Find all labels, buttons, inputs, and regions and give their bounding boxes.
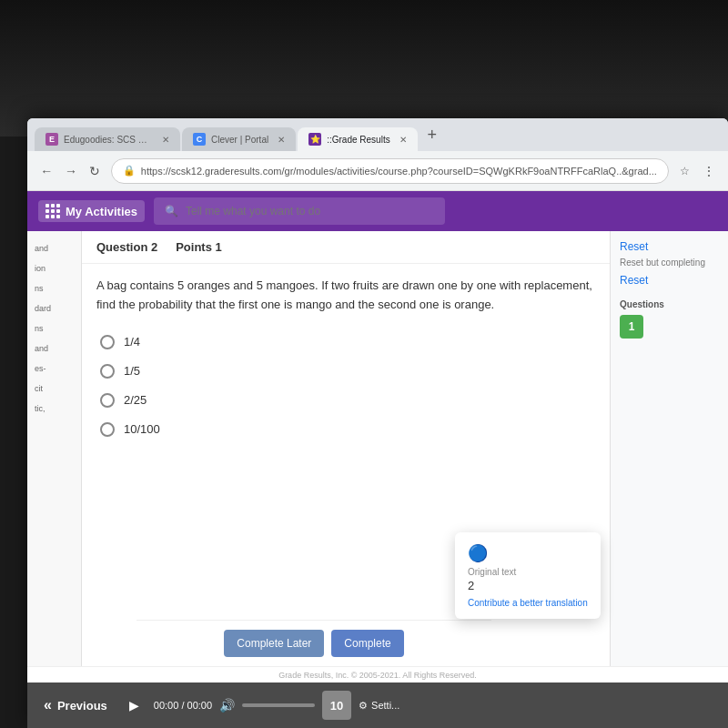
back-button[interactable]: ← [38, 158, 56, 184]
monitor-background [0, 0, 728, 136]
right-panel: Reset Reset but completing Reset Questio… [610, 231, 728, 728]
complete-area: Complete Later Complete [136, 620, 491, 666]
sidebar-item: ns [27, 320, 81, 337]
translate-icon: 🔵 [468, 543, 588, 563]
bottom-bar: « Previous ▶ 00:00 / 00:00 🔊 10 ⚙ Setti.… [27, 682, 728, 728]
audio-progress-bar[interactable] [242, 703, 315, 707]
play-button[interactable]: ▶ [122, 694, 147, 716]
sidebar-item: dard [27, 300, 81, 317]
radio-button-3[interactable] [100, 393, 115, 408]
radio-button-4[interactable] [100, 422, 115, 437]
app-header: My Activities 🔍 [27, 191, 728, 231]
answer-choices: 1/4 1/5 2/25 10/100 [82, 328, 610, 444]
question-text: A bag contains 5 oranges and 5 mangoes. … [82, 264, 610, 328]
answer-option-3[interactable]: 2/25 [100, 393, 592, 408]
radio-button-1[interactable] [100, 335, 115, 349]
question-header: Question 2 Points 1 [82, 231, 610, 264]
url-bar[interactable]: 🔒 https://scsk12.graderesults.com/gr/mod… [111, 158, 669, 184]
settings-button[interactable]: ⚙ Setti... [359, 700, 399, 712]
translation-popup: 🔵 Original text 2 Contribute a better tr… [455, 532, 601, 619]
app-logo: My Activities [38, 200, 145, 222]
tab-label: ::Grade Results [327, 135, 389, 145]
previous-label: Previous [57, 699, 107, 713]
tab-bar: E Edugoodies: SCS Daily Links - e... ✕ C… [27, 118, 728, 151]
answer-option-1[interactable]: 1/4 [100, 335, 592, 349]
tab-label: Edugoodies: SCS Daily Links - e... [64, 135, 153, 145]
content-area: Question 2 Points 1 A bag contains 5 ora… [82, 231, 610, 728]
new-tab-button[interactable]: + [420, 122, 445, 147]
score-badge: 10 [322, 691, 351, 720]
sidebar-item: cit [27, 380, 81, 397]
logo-text: My Activities [66, 205, 137, 218]
browser-window: E Edugoodies: SCS Daily Links - e... ✕ C… [27, 118, 728, 728]
sidebar: and ion ns dard ns and es- cit tic, [27, 231, 82, 728]
sidebar-item: tic, [27, 400, 81, 417]
original-text-value: 2 [468, 579, 588, 592]
tab-grade-results[interactable]: ⭐ ::Grade Results ✕ [298, 127, 417, 151]
menu-button[interactable]: ⋮ [700, 158, 717, 184]
forward-button[interactable]: → [63, 158, 80, 184]
previous-button[interactable]: « Previous [36, 693, 115, 717]
search-container[interactable]: 🔍 [154, 197, 445, 225]
refresh-button[interactable]: ↻ [86, 158, 104, 184]
question-info: Question 2 Points 1 [96, 240, 222, 254]
tab-clever[interactable]: C Clever | Portal ✕ [182, 127, 296, 151]
original-text-label: Original text [468, 567, 588, 577]
contribute-translation-link[interactable]: Contribute a better translation [468, 598, 588, 608]
tab-label: Clever | Portal [211, 135, 268, 145]
answer-label-3: 2/25 [124, 393, 147, 407]
tab-close-icon[interactable]: ✕ [399, 135, 407, 145]
answer-option-4[interactable]: 10/100 [100, 422, 592, 437]
footer: Grade Results, Inc. © 2005-2021. All Rig… [27, 666, 728, 682]
sidebar-item: and [27, 240, 81, 257]
volume-icon[interactable]: 🔊 [219, 698, 235, 713]
search-icon: 🔍 [165, 205, 178, 217]
question-number: Question 2 [96, 240, 157, 254]
question-points: Points 1 [176, 240, 222, 254]
answer-label-4: 10/100 [124, 422, 160, 436]
url-text: https://scsk12.graderesults.com/gr/modul… [141, 166, 657, 177]
reset-button[interactable]: Reset [620, 240, 648, 253]
question-number-pill[interactable]: 1 [620, 315, 643, 339]
complete-later-button[interactable]: Complete Later [224, 630, 324, 657]
sidebar-item: ion [27, 260, 81, 277]
footer-text: Grade Results, Inc. © 2005-2021. All Rig… [278, 671, 477, 680]
answer-label-1: 1/4 [124, 335, 140, 349]
sidebar-item: es- [27, 360, 81, 377]
radio-button-2[interactable] [100, 364, 115, 379]
reset-description: Reset but completing [620, 257, 719, 268]
sidebar-item: and [27, 340, 81, 357]
sidebar-item: ns [27, 280, 81, 297]
time-display: 00:00 / 00:00 [154, 700, 212, 711]
search-input[interactable] [186, 205, 434, 217]
answer-option-2[interactable]: 1/5 [100, 364, 592, 379]
answer-label-2: 1/5 [124, 364, 140, 378]
reset-button-2[interactable]: Reset [620, 274, 648, 287]
main-content: and ion ns dard ns and es- cit tic, Ques… [27, 231, 728, 728]
bookmark-button[interactable]: ☆ [676, 158, 693, 184]
previous-icon: « [44, 697, 52, 713]
tab-close-icon[interactable]: ✕ [162, 135, 169, 145]
settings-label: Setti... [371, 700, 399, 711]
lock-icon: 🔒 [123, 165, 136, 177]
questions-label: Questions [620, 299, 719, 309]
complete-button[interactable]: Complete [331, 630, 403, 657]
address-bar: ← → ↻ 🔒 https://scsk12.graderesults.com/… [27, 151, 728, 191]
tab-edugoodies[interactable]: E Edugoodies: SCS Daily Links - e... ✕ [35, 127, 180, 151]
tab-close-icon[interactable]: ✕ [278, 135, 285, 145]
settings-icon: ⚙ [359, 700, 368, 712]
grid-icon [46, 204, 60, 218]
